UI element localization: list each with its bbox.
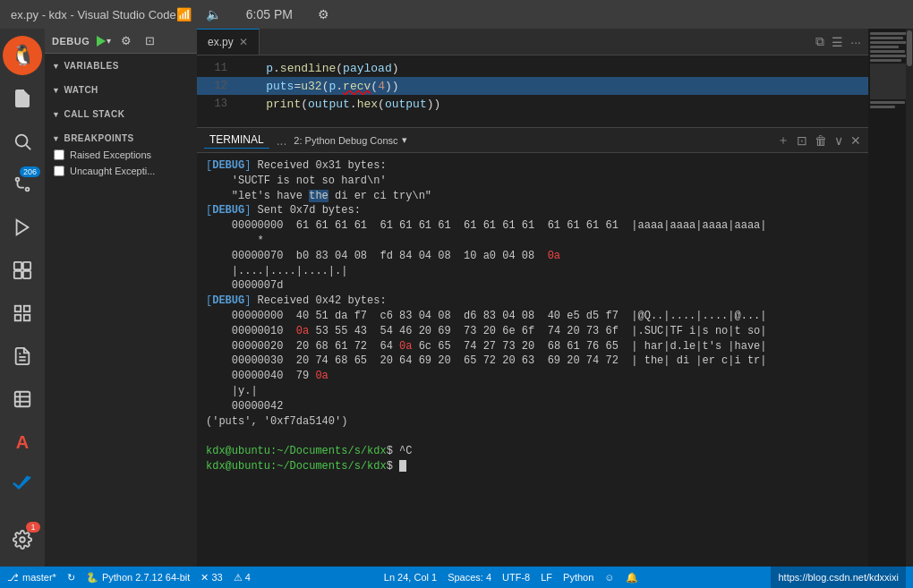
ubuntu-app-icon[interactable]: 🐧 bbox=[3, 36, 42, 75]
debug-settings-button[interactable]: ⚙ bbox=[118, 33, 134, 49]
more-actions-icon[interactable]: ··· bbox=[850, 35, 861, 49]
terminal-add-button[interactable]: ＋ bbox=[777, 132, 789, 149]
statusbar: ⎇ master* ↻ 🐍 Python 2.7.12 64-bit ✕ 33 … bbox=[0, 567, 913, 588]
svg-rect-10 bbox=[24, 306, 30, 311]
titlebar: ex.py - kdx - Visual Studio Code 📶 🔈 6:0… bbox=[0, 0, 913, 29]
warnings-item[interactable]: ⚠ 4 bbox=[234, 572, 251, 584]
terminal-line-6: * bbox=[206, 234, 859, 249]
bell-icon[interactable]: 🔔 bbox=[626, 572, 638, 584]
raised-exceptions-item: Raised Exceptions bbox=[45, 147, 197, 163]
sync-item[interactable]: ↻ bbox=[67, 572, 75, 584]
debug-split-button[interactable]: ⊡ bbox=[141, 33, 158, 49]
svg-point-0 bbox=[16, 135, 28, 147]
svg-point-3 bbox=[26, 188, 30, 192]
spaces-item[interactable]: Spaces: 4 bbox=[448, 572, 491, 583]
terminal-split-button[interactable]: ⊡ bbox=[797, 133, 807, 148]
raised-exceptions-checkbox[interactable] bbox=[54, 149, 64, 160]
source-control-icon[interactable]: 206 bbox=[3, 165, 42, 204]
split-editor-icon[interactable]: ⧉ bbox=[815, 34, 824, 49]
sync-icon: ↻ bbox=[67, 572, 75, 584]
font-icon[interactable]: A bbox=[3, 422, 42, 462]
terminal-line-8: |....|....|....|.| bbox=[206, 264, 859, 279]
table-icon[interactable] bbox=[3, 379, 42, 419]
breakpoints-section: ▼ BREAKPOINTS Raised Exceptions Uncaught… bbox=[45, 126, 197, 183]
file-explorer2-icon[interactable] bbox=[3, 294, 42, 333]
activity-bar-bottom: 1 bbox=[3, 520, 42, 559]
sidebar: DEBUG ▾ ⚙ ⊡ ▼ VARIABLES ▼ WATCH ▼ bbox=[45, 29, 197, 567]
terminal-dropdown[interactable]: 2: Python Debug Consc ▾ bbox=[294, 134, 406, 146]
split-right-icon[interactable]: ☰ bbox=[832, 35, 843, 49]
terminal-actions: ＋ ⊡ 🗑 ∨ ✕ bbox=[777, 132, 861, 149]
settings-bottom-icon[interactable]: 1 bbox=[3, 520, 42, 559]
terminal-line-17: 00000042 bbox=[206, 399, 859, 414]
errors-item[interactable]: ✕ 33 bbox=[201, 572, 222, 584]
terminal-line-16: |y.| bbox=[206, 384, 859, 399]
variables-section: ▼ VARIABLES bbox=[45, 54, 197, 78]
statusbar-right: Ln 24, Col 1 Spaces: 4 UTF-8 LF Python ☺… bbox=[384, 572, 638, 584]
svg-point-2 bbox=[16, 178, 20, 182]
debug-play-group: ▾ bbox=[97, 36, 111, 47]
terminal-trash-button[interactable]: 🗑 bbox=[815, 133, 827, 148]
svg-line-1 bbox=[26, 145, 30, 149]
svg-rect-8 bbox=[23, 271, 30, 278]
line-number-13: 13 bbox=[201, 98, 227, 110]
watch-header[interactable]: ▼ WATCH bbox=[45, 81, 197, 98]
variables-header[interactable]: ▼ VARIABLES bbox=[45, 57, 197, 74]
terminal-chevron-button[interactable]: ∨ bbox=[834, 133, 843, 148]
settings-badge: 1 bbox=[26, 522, 40, 533]
line-ending-item[interactable]: LF bbox=[541, 572, 552, 583]
uncaught-exceptions-item: Uncaught Excepti... bbox=[45, 163, 197, 179]
extensions-icon[interactable] bbox=[3, 251, 42, 290]
warnings-label: ⚠ 4 bbox=[234, 572, 251, 584]
line-col-item[interactable]: Ln 24, Col 1 bbox=[384, 572, 437, 583]
status-url[interactable]: https://blog.csdn.net/kdxxixi bbox=[771, 567, 906, 588]
svg-rect-5 bbox=[14, 262, 21, 269]
svg-rect-11 bbox=[15, 315, 21, 320]
uncaught-exceptions-checkbox[interactable] bbox=[54, 166, 64, 176]
files-icon[interactable] bbox=[3, 79, 42, 118]
tab-label: ex.py bbox=[208, 36, 234, 48]
breakpoints-header[interactable]: ▼ BREAKPOINTS bbox=[45, 130, 197, 147]
doc-icon[interactable] bbox=[3, 337, 42, 376]
debug-dropdown-arrow[interactable]: ▾ bbox=[107, 36, 111, 46]
activity-bar: 🐧 206 A bbox=[0, 29, 45, 567]
watch-label: WATCH bbox=[64, 85, 98, 95]
language-label: Python bbox=[563, 572, 593, 583]
breakpoints-label: BREAKPOINTS bbox=[64, 133, 133, 143]
vscode-icon[interactable] bbox=[3, 465, 42, 505]
terminal-more-button[interactable]: ... bbox=[277, 133, 287, 148]
volume-icon: 🔈 bbox=[206, 7, 221, 21]
debug-icon[interactable] bbox=[3, 208, 42, 247]
call-stack-header[interactable]: ▼ CALL STACK bbox=[45, 106, 197, 123]
encoding-item[interactable]: UTF-8 bbox=[502, 572, 530, 583]
variables-label: VARIABLES bbox=[64, 61, 119, 71]
debug-play-button[interactable] bbox=[97, 36, 106, 47]
svg-rect-7 bbox=[14, 271, 21, 278]
terminal-line-10: [DEBUG] Received 0x42 bytes: bbox=[206, 294, 859, 309]
language-item[interactable]: Python bbox=[563, 572, 593, 583]
terminal-tabs: TERMINAL ... 2: Python Debug Consc ▾ ＋ ⊡… bbox=[197, 128, 868, 153]
tab-close-button[interactable]: ✕ bbox=[239, 36, 248, 48]
terminal-tab[interactable]: TERMINAL bbox=[204, 132, 269, 149]
terminal-line-19 bbox=[206, 429, 859, 444]
debug-toolbar: DEBUG ▾ ⚙ ⊡ bbox=[45, 29, 197, 54]
terminal-dropdown-label: 2: Python Debug Consc bbox=[294, 135, 397, 146]
encoding-label: UTF-8 bbox=[502, 572, 530, 583]
feedback-icon[interactable]: ☺ bbox=[604, 572, 614, 583]
search-icon[interactable] bbox=[3, 122, 42, 161]
terminal-close-button[interactable]: ✕ bbox=[850, 133, 861, 148]
source-control-badge: 206 bbox=[20, 166, 40, 177]
terminal-line-1: [DEBUG] Received 0x31 bytes: bbox=[206, 158, 859, 174]
python-version-item[interactable]: 🐍 Python 2.7.12 64-bit bbox=[86, 572, 190, 584]
python-version: Python 2.7.12 64-bit bbox=[102, 572, 190, 583]
terminal-line-12: 00000010 0a 53 55 43 54 46 20 69 73 20 6… bbox=[206, 324, 859, 339]
tab-ex-py[interactable]: ex.py ✕ bbox=[197, 29, 260, 55]
spaces-label: Spaces: 4 bbox=[448, 572, 491, 583]
svg-rect-9 bbox=[15, 306, 21, 311]
line-number-12: 12 bbox=[201, 80, 227, 92]
git-branch-item[interactable]: ⎇ master* bbox=[7, 572, 56, 584]
terminal-line-21: kdx@ubuntu:~/Documents/s/kdx$ bbox=[206, 459, 859, 474]
git-icon: ⎇ bbox=[7, 572, 19, 584]
code-content-12: puts=u32(p.recv(4)) bbox=[238, 80, 399, 93]
terminal-line-4: [DEBUG] Sent 0x7d bytes: bbox=[206, 203, 859, 218]
